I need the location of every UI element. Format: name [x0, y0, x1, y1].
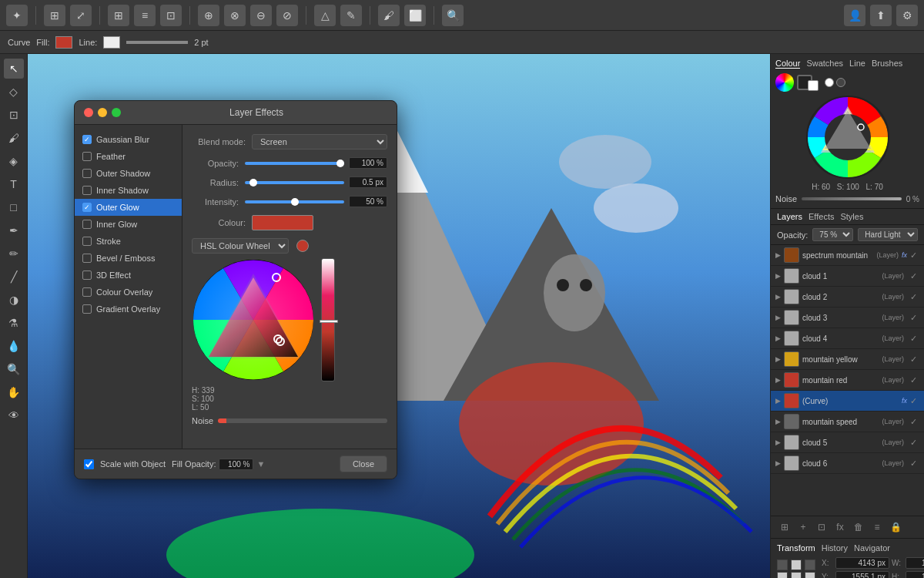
expand-arrow-4[interactable]: ▶ — [775, 334, 781, 342]
effect-checkbox-3d-effect[interactable] — [82, 271, 92, 280]
crop-tool[interactable]: ⊡ — [4, 105, 24, 125]
main-color-wheel-svg[interactable] — [805, 95, 890, 180]
h-input[interactable] — [906, 571, 924, 578]
layer-vis-6[interactable]: ✓ — [910, 375, 919, 385]
tab-navigator[interactable]: Navigator — [854, 543, 890, 553]
layer-vis-5[interactable]: ✓ — [910, 355, 919, 364]
mask-icon[interactable]: ⊡ — [814, 519, 829, 535]
delete-layer-icon[interactable]: 🗑 — [851, 519, 866, 535]
layer-item-1[interactable]: ▶cloud 1(Layer)✓ — [771, 266, 924, 287]
tab-brushes[interactable]: Brushes — [872, 59, 902, 69]
subtract-icon[interactable]: ⊖ — [250, 5, 272, 26]
fill-color-swatch[interactable] — [55, 36, 72, 49]
transform-icon[interactable]: ⊡ — [160, 5, 182, 26]
align-icon[interactable]: ≡ — [134, 5, 156, 26]
effect-checkbox-stroke[interactable] — [82, 237, 92, 246]
colour-swatch[interactable] — [252, 215, 313, 230]
noise-slider[interactable] — [218, 418, 387, 423]
expand-arrow-6[interactable]: ▶ — [775, 376, 781, 384]
effect-item-feather[interactable]: Feather — [75, 148, 182, 165]
layer-item-4[interactable]: ▶cloud 4(Layer)✓ — [771, 328, 924, 349]
intersect-icon[interactable]: ⊗ — [224, 5, 246, 26]
layer-item-2[interactable]: ▶cloud 2(Layer)✓ — [771, 287, 924, 307]
expand-arrow-3[interactable]: ▶ — [775, 314, 781, 321]
blend-mode-select[interactable]: NormalScreenMultiplyOverlayHard LightSof… — [252, 134, 387, 150]
effect-checkbox-inner-glow[interactable] — [82, 220, 92, 229]
layer-item-10[interactable]: ▶cloud 6(Layer)✓ — [771, 453, 924, 474]
layer-vis-7[interactable]: ✓ — [910, 396, 919, 405]
effect-item-inner-glow[interactable]: Inner Glow — [75, 216, 182, 233]
color-bar-vertical[interactable] — [321, 258, 335, 381]
effect-item-gaussian-blur[interactable]: ✓Gaussian Blur — [75, 131, 182, 148]
effect-item-outer-glow[interactable]: ✓Outer Glow — [75, 199, 182, 216]
eyedropper-tool[interactable]: 💧 — [4, 336, 24, 356]
line-color-swatch[interactable] — [103, 36, 120, 49]
layer-item-6[interactable]: ▶mountain red(Layer)✓ — [771, 370, 924, 391]
effect-checkbox-inner-shadow[interactable] — [82, 186, 92, 195]
node-tool[interactable]: ◇ — [4, 82, 24, 102]
layers-more-icon[interactable]: ≡ — [869, 519, 885, 535]
main-noise-slider[interactable] — [802, 197, 902, 200]
close-button[interactable]: Close — [340, 455, 387, 472]
effect-item-outer-shadow[interactable]: Outer Shadow — [75, 165, 182, 182]
tab-history[interactable]: History — [822, 543, 848, 553]
corner-tr[interactable] — [805, 560, 815, 570]
new-doc-icon[interactable]: ⊞ — [44, 5, 65, 26]
pen-icon[interactable]: △ — [314, 5, 336, 26]
line-width-slider[interactable] — [126, 41, 188, 44]
close-window-button[interactable] — [84, 108, 93, 117]
expand-arrow-10[interactable]: ▶ — [775, 459, 781, 467]
hand-tool[interactable]: ✋ — [4, 382, 24, 402]
w-input[interactable] — [906, 557, 924, 569]
add-group-icon[interactable]: ⊞ — [777, 519, 792, 535]
color-wheel-svg[interactable] — [192, 258, 315, 381]
color-wheel-icon[interactable] — [775, 73, 794, 92]
pen-tool[interactable]: ✒ — [4, 220, 24, 240]
minimize-window-button[interactable] — [98, 108, 107, 117]
layer-vis-2[interactable]: ✓ — [910, 292, 919, 301]
user-icon[interactable]: 👤 — [844, 5, 865, 26]
pencil-icon[interactable]: ✎ — [340, 5, 362, 26]
fill-opacity-input[interactable] — [219, 459, 253, 470]
layer-vis-3[interactable]: ✓ — [910, 313, 919, 322]
layer-vis-10[interactable]: ✓ — [910, 459, 919, 468]
select-tool[interactable]: ↖ — [4, 59, 24, 79]
brush-icon[interactable]: 🖌 — [378, 5, 400, 26]
pencil-tool[interactable]: ✏ — [4, 244, 24, 264]
layer-vis-8[interactable]: ✓ — [910, 417, 919, 426]
text-tool[interactable]: T — [4, 174, 24, 194]
effect-checkbox-feather[interactable] — [82, 152, 92, 161]
expand-arrow-2[interactable]: ▶ — [775, 293, 781, 301]
share-icon[interactable]: ⤢ — [70, 5, 92, 26]
expand-arrow-7[interactable]: ▶ — [775, 397, 781, 405]
intensity-slider[interactable] — [245, 200, 344, 203]
effect-item-3d-effect[interactable]: 3D Effect — [75, 267, 182, 284]
background-swatch[interactable] — [808, 80, 819, 91]
grid-icon[interactable]: ⊞ — [108, 5, 129, 26]
layers-opacity-select[interactable]: 75 % — [812, 228, 853, 241]
effect-checkbox-bevel-/-emboss[interactable] — [82, 254, 92, 263]
layer-item-7[interactable]: ▶(Curve)fx✓ — [771, 391, 924, 412]
divide-icon[interactable]: ⊘ — [276, 5, 298, 26]
color-picker-tool[interactable]: ⚗ — [4, 313, 24, 333]
expand-arrow-0[interactable]: ▶ — [775, 251, 781, 259]
tab-layers[interactable]: Layers — [777, 212, 802, 221]
expand-arrow-1[interactable]: ▶ — [775, 272, 781, 280]
view-tool[interactable]: 👁 — [4, 405, 24, 425]
corner-tc[interactable] — [791, 560, 802, 570]
layer-item-0[interactable]: ▶spectrum mountain(Layer)fx✓ — [771, 245, 924, 266]
paint-tool[interactable]: 🖌 — [4, 128, 24, 148]
effect-checkbox-gaussian-blur[interactable]: ✓ — [82, 135, 92, 144]
effect-item-inner-shadow[interactable]: Inner Shadow — [75, 182, 182, 199]
line-tool[interactable]: ╱ — [4, 267, 24, 287]
color-picker-dropdown[interactable]: HSL Colour Wheel — [192, 238, 289, 254]
effect-checkbox-gradient-overlay[interactable] — [82, 304, 92, 314]
radius-slider[interactable] — [245, 181, 344, 184]
effect-item-colour-overlay[interactable]: Colour Overlay — [75, 284, 182, 301]
corner-tl[interactable] — [777, 560, 788, 570]
corner-mc[interactable] — [791, 572, 802, 579]
tab-swatches[interactable]: Swatches — [806, 59, 843, 69]
x-input[interactable] — [835, 557, 889, 569]
layer-item-3[interactable]: ▶cloud 3(Layer)✓ — [771, 307, 924, 328]
maximize-window-button[interactable] — [112, 108, 121, 117]
